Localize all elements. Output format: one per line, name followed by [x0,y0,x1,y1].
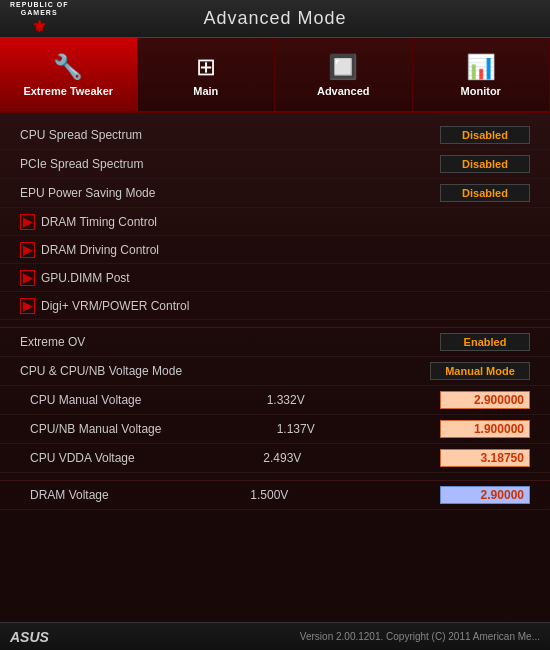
tab-monitor-label: Monitor [461,85,501,97]
main-icon: ⊞ [196,53,216,81]
cpu-nb-voltage-mode-label: CPU & CPU/NB Voltage Mode [20,364,182,378]
rog-icon: ⚜ [32,17,46,36]
pcie-spread-spectrum-row: PCIe Spread Spectrum Disabled [0,150,550,179]
dram-timing-arrow: ▶ [20,214,35,230]
content-area: CPU Spread Spectrum Disabled PCIe Spread… [0,113,550,622]
epu-power-saving-button[interactable]: Disabled [440,184,530,202]
logo-text-1: REPUBLIC OF [10,1,68,9]
extreme-ov-button[interactable]: Enabled [440,333,530,351]
cpu-nb-voltage-mode-row: CPU & CPU/NB Voltage Mode Manual Mode [0,357,550,386]
cpu-vdda-voltage-input[interactable] [440,449,530,467]
extreme-ov-row: Extreme OV Enabled [0,328,550,357]
gpu-dimm-row[interactable]: ▶ GPU.DIMM Post [0,264,550,292]
divider-1 [0,320,550,328]
digi-vrm-row[interactable]: ▶ Digi+ VRM/POWER Control [0,292,550,320]
dram-voltage-input[interactable] [440,486,530,504]
cpu-nb-manual-voltage-row: CPU/NB Manual Voltage 1.137V [0,415,550,444]
logo-text-2: GAMERS [21,9,58,17]
epu-power-saving-row: EPU Power Saving Mode Disabled [0,179,550,208]
digi-vrm-arrow: ▶ [20,298,35,314]
cpu-spread-spectrum-row: CPU Spread Spectrum Disabled [0,121,550,150]
tab-monitor[interactable]: 📊 Monitor [413,38,551,111]
cpu-nb-manual-voltage-label: CPU/NB Manual Voltage [30,422,161,436]
dram-driving-row[interactable]: ▶ DRAM Driving Control [0,236,550,264]
cpu-manual-voltage-current: 1.332V [267,393,305,407]
cpu-nb-voltage-mode-button[interactable]: Manual Mode [430,362,530,380]
footer-brand: ASUS [10,629,49,645]
tab-extreme-tweaker[interactable]: 🔧 Extreme Tweaker [0,38,138,111]
cpu-spread-spectrum-button[interactable]: Disabled [440,126,530,144]
cpu-manual-voltage-label: CPU Manual Voltage [30,393,141,407]
dram-timing-row[interactable]: ▶ DRAM Timing Control [0,208,550,236]
divider-2 [0,473,550,481]
cpu-manual-voltage-input[interactable] [440,391,530,409]
epu-power-saving-label: EPU Power Saving Mode [20,186,155,200]
dram-timing-label: DRAM Timing Control [41,215,157,229]
advanced-icon: 🔲 [328,53,358,81]
tab-advanced-label: Advanced [317,85,370,97]
dram-driving-arrow: ▶ [20,242,35,258]
cpu-vdda-voltage-label: CPU VDDA Voltage [30,451,135,465]
gpu-dimm-label: GPU.DIMM Post [41,271,130,285]
monitor-icon: 📊 [466,53,496,81]
header: REPUBLIC OF GAMERS ⚜ Advanced Mode [0,0,550,38]
pcie-spread-spectrum-label: PCIe Spread Spectrum [20,157,143,171]
extreme-ov-label: Extreme OV [20,335,85,349]
dram-voltage-current: 1.500V [250,488,288,502]
extreme-tweaker-icon: 🔧 [53,53,83,81]
cpu-vdda-voltage-row: CPU VDDA Voltage 2.493V [0,444,550,473]
tab-main[interactable]: ⊞ Main [138,38,276,111]
tab-main-label: Main [193,85,218,97]
tab-bar: 🔧 Extreme Tweaker ⊞ Main 🔲 Advanced 📊 Mo… [0,38,550,113]
header-title: Advanced Mode [203,8,346,29]
cpu-nb-manual-voltage-current: 1.137V [277,422,315,436]
tab-advanced[interactable]: 🔲 Advanced [275,38,413,111]
tab-extreme-tweaker-label: Extreme Tweaker [23,85,113,97]
dram-driving-label: DRAM Driving Control [41,243,159,257]
cpu-vdda-voltage-current: 2.493V [263,451,301,465]
cpu-manual-voltage-row: CPU Manual Voltage 1.332V [0,386,550,415]
digi-vrm-label: Digi+ VRM/POWER Control [41,299,189,313]
cpu-spread-spectrum-label: CPU Spread Spectrum [20,128,142,142]
footer-version: Version 2.00.1201. Copyright (C) 2011 Am… [300,631,540,642]
dram-voltage-label: DRAM Voltage [30,488,109,502]
rog-logo: REPUBLIC OF GAMERS ⚜ [10,1,68,37]
dram-voltage-row: DRAM Voltage 1.500V [0,481,550,510]
cpu-nb-manual-voltage-input[interactable] [440,420,530,438]
footer: ASUS Version 2.00.1201. Copyright (C) 20… [0,622,550,650]
pcie-spread-spectrum-button[interactable]: Disabled [440,155,530,173]
gpu-dimm-arrow: ▶ [20,270,35,286]
